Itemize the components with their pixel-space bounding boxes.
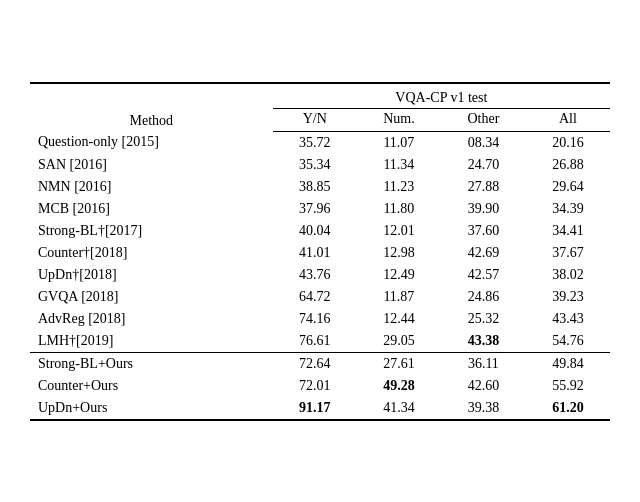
- other-cell: 42.60: [441, 375, 526, 397]
- other-cell: 39.90: [441, 198, 526, 220]
- yn-cell: 43.76: [273, 264, 357, 286]
- method-cell: NMN [2016]: [30, 176, 273, 198]
- header-group-row: Method VQA-CP v1 test: [30, 83, 610, 109]
- other-cell: 43.38: [441, 330, 526, 353]
- all-cell: 37.67: [526, 242, 610, 264]
- method-cell: Counter+Ours: [30, 375, 273, 397]
- yn-cell: 76.61: [273, 330, 357, 353]
- method-cell: Strong-BL†[2017]: [30, 220, 273, 242]
- table-row: LMH†[2019]76.6129.0543.3854.76: [30, 330, 610, 353]
- yn-cell: 37.96: [273, 198, 357, 220]
- other-header: Other: [441, 108, 526, 131]
- vqa-group-header: VQA-CP v1 test: [273, 83, 610, 109]
- table-row: UpDn+Ours91.1741.3439.3861.20: [30, 397, 610, 420]
- table-row: Question-only [2015]35.7211.0708.3420.16: [30, 131, 610, 154]
- all-cell: 26.88: [526, 154, 610, 176]
- num-cell: 29.05: [357, 330, 441, 353]
- other-cell: 36.11: [441, 352, 526, 375]
- table-row: Strong-BL+Ours72.6427.6136.1149.84: [30, 352, 610, 375]
- other-cell: 24.86: [441, 286, 526, 308]
- num-header: Num.: [357, 108, 441, 131]
- other-cell: 24.70: [441, 154, 526, 176]
- num-cell: 12.49: [357, 264, 441, 286]
- num-cell: 11.34: [357, 154, 441, 176]
- all-cell: 38.02: [526, 264, 610, 286]
- yn-cell: 40.04: [273, 220, 357, 242]
- other-cell: 37.60: [441, 220, 526, 242]
- all-cell: 39.23: [526, 286, 610, 308]
- other-cell: 42.69: [441, 242, 526, 264]
- method-cell: GVQA [2018]: [30, 286, 273, 308]
- other-cell: 25.32: [441, 308, 526, 330]
- yn-cell: 35.34: [273, 154, 357, 176]
- all-cell: 34.39: [526, 198, 610, 220]
- table-row: Counter†[2018]41.0112.9842.6937.67: [30, 242, 610, 264]
- method-cell: Question-only [2015]: [30, 131, 273, 154]
- all-cell: 34.41: [526, 220, 610, 242]
- yn-cell: 64.72: [273, 286, 357, 308]
- num-cell: 11.07: [357, 131, 441, 154]
- num-cell: 11.87: [357, 286, 441, 308]
- all-cell: 20.16: [526, 131, 610, 154]
- table-row: MCB [2016]37.9611.8039.9034.39: [30, 198, 610, 220]
- num-cell: 41.34: [357, 397, 441, 420]
- all-cell: 61.20: [526, 397, 610, 420]
- num-cell: 11.80: [357, 198, 441, 220]
- method-cell: SAN [2016]: [30, 154, 273, 176]
- table-row: Strong-BL†[2017]40.0412.0137.6034.41: [30, 220, 610, 242]
- all-cell: 29.64: [526, 176, 610, 198]
- other-cell: 42.57: [441, 264, 526, 286]
- table-row: GVQA [2018]64.7211.8724.8639.23: [30, 286, 610, 308]
- other-cell: 39.38: [441, 397, 526, 420]
- table-row: AdvReg [2018]74.1612.4425.3243.43: [30, 308, 610, 330]
- method-cell: UpDn+Ours: [30, 397, 273, 420]
- yn-cell: 35.72: [273, 131, 357, 154]
- table-row: SAN [2016]35.3411.3424.7026.88: [30, 154, 610, 176]
- all-cell: 54.76: [526, 330, 610, 353]
- num-cell: 49.28: [357, 375, 441, 397]
- other-cell: 27.88: [441, 176, 526, 198]
- num-cell: 12.01: [357, 220, 441, 242]
- results-table: Method VQA-CP v1 test Y/N Num. Other All…: [30, 82, 610, 421]
- method-cell: UpDn†[2018]: [30, 264, 273, 286]
- method-cell: MCB [2016]: [30, 198, 273, 220]
- method-cell: Strong-BL+Ours: [30, 352, 273, 375]
- num-cell: 12.44: [357, 308, 441, 330]
- all-cell: 49.84: [526, 352, 610, 375]
- method-cell: LMH†[2019]: [30, 330, 273, 353]
- table-body: Question-only [2015]35.7211.0708.3420.16…: [30, 131, 610, 420]
- yn-cell: 72.64: [273, 352, 357, 375]
- table-row: UpDn†[2018]43.7612.4942.5738.02: [30, 264, 610, 286]
- all-header: All: [526, 108, 610, 131]
- method-cell: Counter†[2018]: [30, 242, 273, 264]
- all-cell: 43.43: [526, 308, 610, 330]
- yn-cell: 72.01: [273, 375, 357, 397]
- yn-cell: 91.17: [273, 397, 357, 420]
- yn-cell: 74.16: [273, 308, 357, 330]
- num-cell: 11.23: [357, 176, 441, 198]
- method-cell: AdvReg [2018]: [30, 308, 273, 330]
- yn-cell: 41.01: [273, 242, 357, 264]
- other-cell: 08.34: [441, 131, 526, 154]
- table-row: Counter+Ours72.0149.2842.6055.92: [30, 375, 610, 397]
- method-header: Method: [30, 83, 273, 132]
- num-cell: 27.61: [357, 352, 441, 375]
- table-row: NMN [2016]38.8511.2327.8829.64: [30, 176, 610, 198]
- table-container: Method VQA-CP v1 test Y/N Num. Other All…: [30, 82, 610, 421]
- yn-cell: 38.85: [273, 176, 357, 198]
- yn-header: Y/N: [273, 108, 357, 131]
- all-cell: 55.92: [526, 375, 610, 397]
- num-cell: 12.98: [357, 242, 441, 264]
